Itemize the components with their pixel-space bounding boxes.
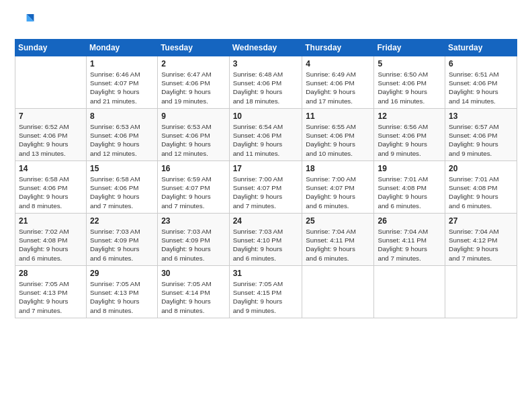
day-info: Sunrise: 6:53 AM Sunset: 4:06 PM Dayligh… <box>161 122 225 158</box>
week-row-4: 28Sunrise: 7:05 AM Sunset: 4:13 PM Dayli… <box>15 266 517 318</box>
day-cell: 25Sunrise: 7:04 AM Sunset: 4:11 PM Dayli… <box>302 214 374 266</box>
day-number: 31 <box>233 269 299 278</box>
day-number: 13 <box>449 111 513 121</box>
logo-icon <box>16 12 35 31</box>
day-cell: 10Sunrise: 6:54 AM Sunset: 4:06 PM Dayli… <box>229 109 302 161</box>
day-info: Sunrise: 7:05 AM Sunset: 4:13 PM Dayligh… <box>90 279 154 315</box>
day-info: Sunrise: 7:05 AM Sunset: 4:14 PM Dayligh… <box>161 279 225 315</box>
day-cell: 24Sunrise: 7:03 AM Sunset: 4:10 PM Dayli… <box>229 214 302 266</box>
day-cell: 6Sunrise: 6:51 AM Sunset: 4:06 PM Daylig… <box>445 56 517 109</box>
day-number: 7 <box>19 111 83 121</box>
day-cell <box>374 266 445 318</box>
logo <box>15 12 38 34</box>
day-info: Sunrise: 6:58 AM Sunset: 4:06 PM Dayligh… <box>19 175 83 210</box>
week-row-0: 1Sunrise: 6:46 AM Sunset: 4:07 PM Daylig… <box>15 56 517 109</box>
day-cell: 5Sunrise: 6:50 AM Sunset: 4:06 PM Daylig… <box>374 56 445 109</box>
day-cell: 26Sunrise: 7:04 AM Sunset: 4:11 PM Dayli… <box>374 214 445 266</box>
day-cell: 20Sunrise: 7:01 AM Sunset: 4:08 PM Dayli… <box>445 161 517 214</box>
day-number: 29 <box>90 269 154 278</box>
day-info: Sunrise: 7:03 AM Sunset: 4:09 PM Dayligh… <box>90 227 154 263</box>
day-info: Sunrise: 7:05 AM Sunset: 4:15 PM Dayligh… <box>233 279 299 315</box>
day-cell: 27Sunrise: 7:04 AM Sunset: 4:12 PM Dayli… <box>445 214 517 266</box>
day-number: 16 <box>161 164 225 173</box>
day-cell <box>445 266 517 318</box>
weekday-sunday: Sunday <box>15 40 87 56</box>
day-cell: 18Sunrise: 7:00 AM Sunset: 4:07 PM Dayli… <box>302 161 374 214</box>
day-cell: 8Sunrise: 6:53 AM Sunset: 4:06 PM Daylig… <box>86 109 157 161</box>
week-row-1: 7Sunrise: 6:52 AM Sunset: 4:06 PM Daylig… <box>15 109 517 161</box>
day-number: 10 <box>233 111 299 121</box>
day-info: Sunrise: 7:03 AM Sunset: 4:09 PM Dayligh… <box>161 227 225 263</box>
day-info: Sunrise: 7:05 AM Sunset: 4:13 PM Dayligh… <box>19 279 83 315</box>
day-number: 12 <box>378 111 441 121</box>
day-info: Sunrise: 7:01 AM Sunset: 4:08 PM Dayligh… <box>378 175 441 210</box>
day-info: Sunrise: 6:59 AM Sunset: 4:07 PM Dayligh… <box>161 175 225 210</box>
header <box>15 12 517 34</box>
day-number: 20 <box>449 164 513 173</box>
day-number: 27 <box>449 216 513 226</box>
day-number: 2 <box>161 59 225 68</box>
day-info: Sunrise: 6:47 AM Sunset: 4:06 PM Dayligh… <box>161 70 225 105</box>
day-number: 1 <box>90 59 154 68</box>
day-info: Sunrise: 7:00 AM Sunset: 4:07 PM Dayligh… <box>233 175 299 210</box>
day-cell: 1Sunrise: 6:46 AM Sunset: 4:07 PM Daylig… <box>86 56 157 109</box>
week-row-3: 21Sunrise: 7:02 AM Sunset: 4:08 PM Dayli… <box>15 214 517 266</box>
day-info: Sunrise: 6:50 AM Sunset: 4:06 PM Dayligh… <box>378 70 441 105</box>
day-info: Sunrise: 7:00 AM Sunset: 4:07 PM Dayligh… <box>306 175 370 210</box>
page: SundayMondayTuesdayWednesdayThursdayFrid… <box>0 0 532 411</box>
weekday-saturday: Saturday <box>445 40 517 56</box>
day-cell: 23Sunrise: 7:03 AM Sunset: 4:09 PM Dayli… <box>158 214 229 266</box>
day-cell: 28Sunrise: 7:05 AM Sunset: 4:13 PM Dayli… <box>15 266 87 318</box>
weekday-friday: Friday <box>374 40 445 56</box>
day-number: 30 <box>161 269 225 278</box>
day-cell: 11Sunrise: 6:55 AM Sunset: 4:06 PM Dayli… <box>302 109 374 161</box>
day-cell: 2Sunrise: 6:47 AM Sunset: 4:06 PM Daylig… <box>158 56 229 109</box>
day-cell: 7Sunrise: 6:52 AM Sunset: 4:06 PM Daylig… <box>15 109 87 161</box>
day-info: Sunrise: 6:48 AM Sunset: 4:06 PM Dayligh… <box>233 70 299 105</box>
day-cell: 30Sunrise: 7:05 AM Sunset: 4:14 PM Dayli… <box>158 266 229 318</box>
day-info: Sunrise: 7:04 AM Sunset: 4:12 PM Dayligh… <box>449 227 513 263</box>
day-info: Sunrise: 6:54 AM Sunset: 4:06 PM Dayligh… <box>233 122 299 158</box>
day-cell: 16Sunrise: 6:59 AM Sunset: 4:07 PM Dayli… <box>158 161 229 214</box>
day-number: 28 <box>19 269 83 278</box>
day-info: Sunrise: 6:56 AM Sunset: 4:06 PM Dayligh… <box>378 122 441 158</box>
day-info: Sunrise: 6:53 AM Sunset: 4:06 PM Dayligh… <box>90 122 154 158</box>
day-cell: 14Sunrise: 6:58 AM Sunset: 4:06 PM Dayli… <box>15 161 87 214</box>
weekday-tuesday: Tuesday <box>158 40 229 56</box>
day-cell: 9Sunrise: 6:53 AM Sunset: 4:06 PM Daylig… <box>158 109 229 161</box>
day-cell: 19Sunrise: 7:01 AM Sunset: 4:08 PM Dayli… <box>374 161 445 214</box>
day-cell: 3Sunrise: 6:48 AM Sunset: 4:06 PM Daylig… <box>229 56 302 109</box>
day-number: 11 <box>306 111 370 121</box>
day-cell <box>302 266 374 318</box>
day-cell: 21Sunrise: 7:02 AM Sunset: 4:08 PM Dayli… <box>15 214 87 266</box>
day-number: 14 <box>19 164 83 173</box>
day-cell: 13Sunrise: 6:57 AM Sunset: 4:06 PM Dayli… <box>445 109 517 161</box>
day-info: Sunrise: 7:01 AM Sunset: 4:08 PM Dayligh… <box>449 175 513 210</box>
weekday-header-row: SundayMondayTuesdayWednesdayThursdayFrid… <box>15 40 517 56</box>
day-cell: 15Sunrise: 6:58 AM Sunset: 4:06 PM Dayli… <box>86 161 157 214</box>
day-info: Sunrise: 7:03 AM Sunset: 4:10 PM Dayligh… <box>233 227 299 263</box>
day-info: Sunrise: 7:04 AM Sunset: 4:11 PM Dayligh… <box>306 227 370 263</box>
day-info: Sunrise: 6:46 AM Sunset: 4:07 PM Dayligh… <box>90 70 154 105</box>
week-row-2: 14Sunrise: 6:58 AM Sunset: 4:06 PM Dayli… <box>15 161 517 214</box>
day-number: 22 <box>90 216 154 226</box>
day-number: 21 <box>19 216 83 226</box>
day-cell: 4Sunrise: 6:49 AM Sunset: 4:06 PM Daylig… <box>302 56 374 109</box>
weekday-thursday: Thursday <box>302 40 374 56</box>
day-info: Sunrise: 6:49 AM Sunset: 4:06 PM Dayligh… <box>306 70 370 105</box>
day-number: 25 <box>306 216 370 226</box>
day-number: 5 <box>378 59 441 68</box>
day-number: 8 <box>90 111 154 121</box>
day-info: Sunrise: 6:51 AM Sunset: 4:06 PM Dayligh… <box>449 70 513 105</box>
day-number: 23 <box>161 216 225 226</box>
weekday-wednesday: Wednesday <box>229 40 302 56</box>
day-info: Sunrise: 6:57 AM Sunset: 4:06 PM Dayligh… <box>449 122 513 158</box>
day-number: 9 <box>161 111 225 121</box>
day-number: 6 <box>449 59 513 68</box>
day-cell: 29Sunrise: 7:05 AM Sunset: 4:13 PM Dayli… <box>86 266 157 318</box>
day-number: 19 <box>378 164 441 173</box>
day-number: 15 <box>90 164 154 173</box>
day-cell <box>15 56 87 109</box>
day-cell: 17Sunrise: 7:00 AM Sunset: 4:07 PM Dayli… <box>229 161 302 214</box>
day-info: Sunrise: 7:02 AM Sunset: 4:08 PM Dayligh… <box>19 227 83 263</box>
